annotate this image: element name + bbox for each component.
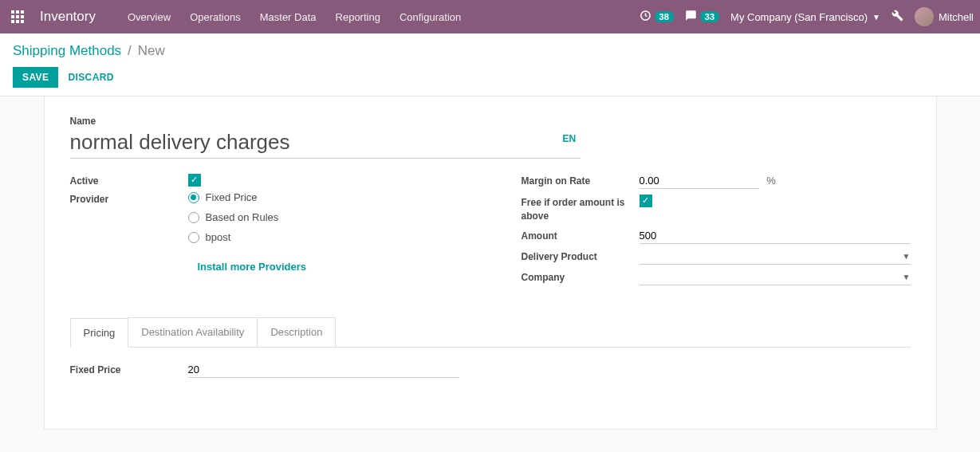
breadcrumb-parent[interactable]: Shipping Methods xyxy=(13,43,121,59)
chevron-down-icon: ▼ xyxy=(872,13,880,22)
radio-icon xyxy=(188,232,199,243)
nav-menu: Overview Operations Master Data Reportin… xyxy=(118,2,470,33)
nav-reporting[interactable]: Reporting xyxy=(326,2,390,33)
app-title[interactable]: Inventory xyxy=(40,9,96,25)
nav-operations[interactable]: Operations xyxy=(180,2,250,33)
action-buttons: SAVE DISCARD xyxy=(13,67,967,88)
fixed-price-label: Fixed Price xyxy=(70,362,188,375)
company-select[interactable]: ▼ xyxy=(640,269,911,285)
tab-destination-availability[interactable]: Destination Availability xyxy=(128,317,258,347)
control-panel: Shipping Methods / New SAVE DISCARD xyxy=(0,33,980,96)
nav-master-data[interactable]: Master Data xyxy=(250,2,326,33)
top-nav: Inventory Overview Operations Master Dat… xyxy=(0,0,980,33)
svg-rect-0 xyxy=(11,10,14,14)
install-providers-link[interactable]: Install more Providers xyxy=(188,261,307,273)
user-name: Mitchell xyxy=(939,11,974,23)
debug-icon[interactable] xyxy=(891,10,903,24)
margin-label: Margin on Rate xyxy=(521,173,640,187)
svg-rect-8 xyxy=(21,20,24,23)
activities-badge: 38 xyxy=(655,11,674,22)
company-input[interactable] xyxy=(640,271,903,283)
apps-icon[interactable] xyxy=(6,6,29,28)
save-button[interactable]: SAVE xyxy=(13,67,58,88)
nav-overview[interactable]: Overview xyxy=(118,2,180,33)
breadcrumb: Shipping Methods / New xyxy=(13,43,967,59)
tab-pricing[interactable]: Pricing xyxy=(70,318,129,348)
free-if-checkbox[interactable]: ✓ xyxy=(640,195,652,207)
form-sheet: Name EN Active ✓ Provider xyxy=(44,96,937,430)
nav-right: 38 33 My Company (San Francisco) ▼ Mitch… xyxy=(640,7,974,26)
company-name: My Company (San Francisco) xyxy=(730,11,868,23)
company-label: Company xyxy=(521,269,640,283)
svg-rect-1 xyxy=(16,10,19,14)
chevron-down-icon: ▼ xyxy=(903,273,911,281)
svg-rect-5 xyxy=(21,15,24,18)
clock-icon xyxy=(640,10,651,24)
svg-rect-7 xyxy=(16,20,19,23)
discard-button[interactable]: DISCARD xyxy=(68,72,113,83)
svg-rect-6 xyxy=(11,20,14,23)
margin-unit: % xyxy=(766,175,776,187)
tab-description[interactable]: Description xyxy=(257,317,336,347)
delivery-product-input[interactable] xyxy=(640,250,903,262)
provider-bpost-label: bpost xyxy=(206,231,231,243)
fixed-price-input[interactable] xyxy=(188,362,459,378)
provider-radio-rules[interactable]: Based on Rules xyxy=(188,211,458,223)
tab-panel-pricing: Fixed Price xyxy=(70,347,911,397)
radio-icon xyxy=(188,192,199,203)
chat-icon xyxy=(685,10,697,24)
amount-input[interactable] xyxy=(640,228,911,244)
provider-radio-fixed[interactable]: Fixed Price xyxy=(188,191,458,203)
chevron-down-icon: ▼ xyxy=(903,252,911,261)
notebook-tabs: Pricing Destination Availability Descrip… xyxy=(70,317,911,347)
provider-fixed-label: Fixed Price xyxy=(206,191,258,203)
svg-rect-4 xyxy=(16,15,19,18)
svg-rect-3 xyxy=(11,15,14,18)
active-label: Active xyxy=(70,173,188,187)
radio-icon xyxy=(188,212,199,223)
delivery-product-select[interactable]: ▼ xyxy=(640,249,911,265)
right-column: Margin on Rate % Free if order amount is… xyxy=(521,173,911,290)
nav-configuration[interactable]: Configuration xyxy=(390,2,470,33)
left-column: Active ✓ Provider Fixed Price xyxy=(70,173,458,290)
amount-label: Amount xyxy=(521,228,640,242)
free-if-label: Free if order amount is above xyxy=(521,194,640,223)
provider-label: Provider xyxy=(70,191,188,205)
delivery-product-label: Delivery Product xyxy=(521,249,640,262)
provider-radio-bpost[interactable]: bpost xyxy=(188,231,458,243)
avatar xyxy=(915,7,934,26)
messages-button[interactable]: 33 xyxy=(685,10,719,24)
activities-button[interactable]: 38 xyxy=(640,10,674,24)
provider-rules-label: Based on Rules xyxy=(206,211,279,223)
svg-rect-2 xyxy=(21,10,24,14)
company-switcher[interactable]: My Company (San Francisco) ▼ xyxy=(730,11,880,23)
breadcrumb-current: New xyxy=(138,43,165,59)
margin-input[interactable] xyxy=(640,173,759,189)
translate-button[interactable]: EN xyxy=(563,133,577,144)
active-checkbox[interactable]: ✓ xyxy=(188,174,201,187)
messages-badge: 33 xyxy=(700,11,719,22)
user-menu[interactable]: Mitchell xyxy=(915,7,974,26)
breadcrumb-separator: / xyxy=(128,43,132,59)
name-input[interactable] xyxy=(70,128,581,159)
name-label: Name xyxy=(70,116,911,127)
